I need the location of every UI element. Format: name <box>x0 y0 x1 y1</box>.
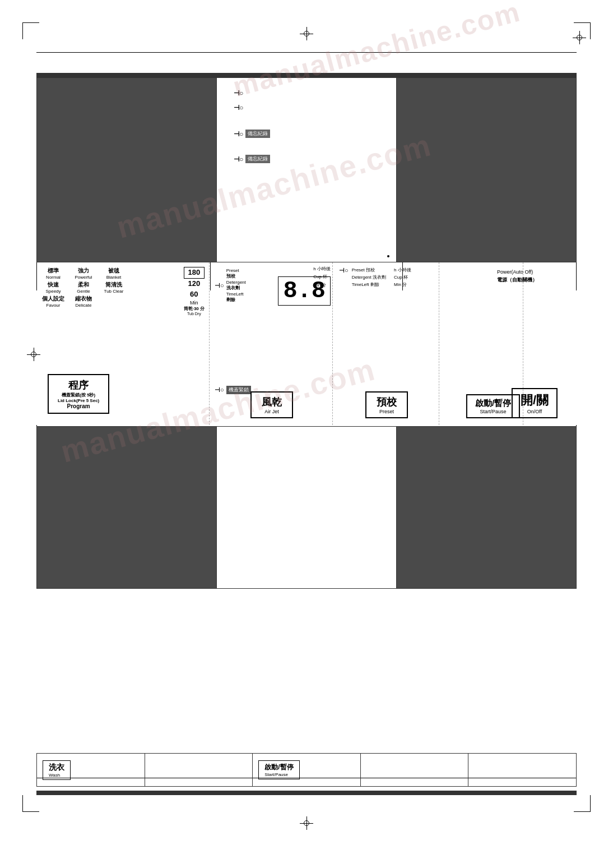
panel2-col-left <box>36 426 217 589</box>
time-120: 120 <box>184 279 205 289</box>
mode-powerful: 強力 Powerful <box>72 267 95 280</box>
mode-blanket: 被毯 Blanket <box>103 267 125 280</box>
air-jet-button[interactable]: 風乾 Air Jet <box>250 391 293 418</box>
start-pause-bottom-button[interactable]: 啟動/暫停 Start/Pause <box>258 760 299 779</box>
indicator-group: ⊣○ ⊣○ ⊣○ 備忘紀錄 ⊣○ 備忘紀錄 <box>234 89 270 170</box>
corner-mark-tl <box>22 22 39 39</box>
mode-gentle: 柔和 Gentle <box>72 281 95 294</box>
time-180: 180 <box>184 267 205 279</box>
top-rule <box>36 73 577 77</box>
indicator-row-2: ⊣○ <box>234 104 270 112</box>
wash-cell: 洗衣 Wash <box>37 754 145 786</box>
corner-mark-br <box>574 795 591 812</box>
tub-dry-label: 筒乾·30 分 <box>184 306 205 312</box>
top-crosshair <box>300 27 313 40</box>
tub-dry-label-en: Tub Dry <box>184 312 205 316</box>
panel2-col-right <box>396 426 577 589</box>
lid-lock-badge: 機蓋緊鎖 <box>226 386 251 394</box>
display-right-labels: h 小時後 Cup 杯 Min 分 <box>313 265 331 289</box>
indicator-row-3: ⊣○ 備忘紀錄 <box>234 130 270 138</box>
indicator-label-3: 備忘紀錄 <box>245 130 270 138</box>
bottom-rule <box>36 791 577 795</box>
display-indicator-group: ⊣○ Preset 預校 Detergent 洗衣劑 TimeLeft 剩餘 <box>215 268 246 305</box>
power-label: Power(Auto Off) 電源（自動關機） <box>497 268 537 284</box>
mode-normal: 標準 Normal <box>42 267 64 280</box>
mode-delicate: 縮衣物 Delicate <box>72 295 95 308</box>
mode-tub-clean: 筒清洗 Tub Clear <box>103 281 125 294</box>
start-pause-cell: 啟動/暫停 Start/Pause <box>253 754 361 786</box>
header-line <box>36 52 577 53</box>
right-crosshair-top <box>573 31 586 44</box>
preset-labels: ⊣○ Preset 預校 Detergent 洗衣劑 TimeLeft 剩餘 h… <box>339 267 434 288</box>
led-connector-4: ⊣○ <box>234 155 243 163</box>
led-connector-3: ⊣○ <box>234 130 243 138</box>
led-connector-1: ⊣○ <box>234 89 243 97</box>
time-60: 60 <box>184 289 205 300</box>
corner-mark-bl <box>22 795 39 812</box>
program-button[interactable]: 程序 機蓋緊鎖(按 5秒) Lid Lock(Pre 5 Sec) Progra… <box>48 374 109 414</box>
wash-button[interactable]: 洗衣 Wash <box>43 760 71 780</box>
program-section: 標準 Normal 強力 Powerful 被毯 Blanket 快速 Spee… <box>36 262 210 425</box>
indicator-row-1: ⊣○ <box>234 89 270 97</box>
empty-cell-2 <box>361 754 469 786</box>
dot-mark <box>387 255 389 257</box>
empty-cell-3 <box>468 754 576 786</box>
bottom-crosshair <box>300 816 313 830</box>
mode-favour: 個人設定 Favour <box>42 295 64 308</box>
panel-col-left <box>36 77 217 262</box>
control-panel: 標準 Normal 強力 Powerful 被毯 Blanket 快速 Spee… <box>36 262 577 425</box>
top-panel-area: ⊣○ ⊣○ ⊣○ 備忘紀錄 ⊣○ 備忘紀錄 <box>36 77 577 262</box>
indicator-row-4: ⊣○ 備忘紀錄 <box>234 155 270 163</box>
display-section: ⊣○ Preset 預校 Detergent 洗衣劑 TimeLeft 剩餘 8… <box>210 262 333 425</box>
panel-col-right: manualmachine.com <box>396 77 577 262</box>
control-inner: 標準 Normal 強力 Powerful 被毯 Blanket 快速 Spee… <box>36 262 577 425</box>
time-unit: Min <box>184 300 205 306</box>
panel-col-middle: ⊣○ ⊣○ ⊣○ 備忘紀錄 ⊣○ 備忘紀錄 <box>217 77 396 262</box>
tub-dry-area: 180 120 60 Min 筒乾·30 分 Tub Dry <box>184 267 205 316</box>
panel2-col-middle <box>217 426 396 589</box>
bottom-panel-area <box>36 426 577 589</box>
bottom-button-row: 洗衣 Wash 啟動/暫停 Start/Pause <box>36 753 577 787</box>
mode-speedy: 快速 Speedy <box>42 281 64 294</box>
power-button[interactable]: 開/關 On/Off <box>512 388 558 418</box>
led-connector-2: ⊣○ <box>234 104 243 112</box>
mode-labels: 標準 Normal 強力 Powerful 被毯 Blanket 快速 Spee… <box>42 267 125 308</box>
preset-section: ⊣○ Preset 預校 Detergent 洗衣劑 TimeLeft 剩餘 h… <box>333 262 440 425</box>
indicator-label-4: 備忘紀錄 <box>245 155 270 163</box>
power-section: Power(Auto Off) 電源（自動關機） 開/關 On/Off <box>493 262 577 425</box>
lid-lock-indicator: ⊣○ 機蓋緊鎖 <box>215 386 251 394</box>
preset-button[interactable]: 預校 Preset <box>365 391 408 418</box>
empty-cell-1 <box>145 754 253 786</box>
